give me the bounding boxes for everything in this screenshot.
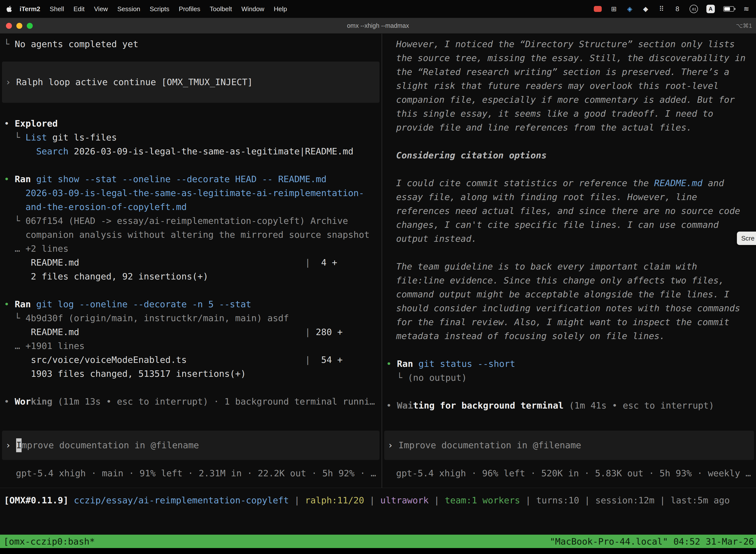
menu-profiles[interactable]: Profiles (174, 5, 205, 13)
window-title-bar: omx --xhigh --madmax ⌥⌘1 (0, 18, 756, 34)
text-segment: • (4, 118, 15, 128)
app-dark-icon[interactable]: ◆ (642, 4, 649, 14)
git-log-command-line: • Ran git log --oneline --decorate -n 5 … (0, 297, 381, 311)
terminal-line: └ (no output) (382, 371, 756, 385)
text-segment: Wai (397, 400, 413, 410)
menu-window[interactable]: Window (237, 5, 269, 13)
zoom-button[interactable] (27, 23, 33, 29)
text-segment: git ls-files (47, 132, 117, 143)
close-button[interactable] (6, 23, 12, 29)
battery-icon[interactable] (723, 6, 734, 12)
menubar-status-icons: ⊞◈◆⠿8.61A≋ (594, 4, 753, 14)
git-show-command-line: • Ran git show --stat --oneline --decora… (0, 172, 381, 186)
wifi-icon[interactable]: ≋ (743, 4, 750, 14)
terminal-line: README.md | 280 + (0, 325, 381, 339)
tmux-session-window: [omx-cczip0:bash* (0, 536, 95, 547)
menu-session[interactable]: Session (113, 5, 145, 13)
menu-items: iTerm2ShellEditViewSessionScriptsProfile… (15, 5, 292, 13)
terminal-line: └ 067f154 (HEAD -> essay/ai-reimplementa… (0, 214, 381, 228)
text-segment: Explored (15, 118, 58, 128)
terminal-line: companion analysis without altering the … (0, 228, 381, 242)
text-segment: session:12m (595, 495, 654, 505)
text-segment: 280 + (310, 327, 342, 337)
gauge-61-icon[interactable]: .61 (690, 5, 698, 13)
menu-help[interactable]: Help (269, 5, 292, 13)
text-segment: [OMX#0.11.9] (4, 495, 74, 505)
screen-recording-indicator[interactable] (594, 6, 602, 12)
text-segment: 54 + (310, 355, 342, 365)
thinking-paragraph: I could cite commit statistics or refere… (382, 176, 756, 246)
text-segment: README.md (654, 178, 702, 188)
menu-iterm2[interactable]: iTerm2 (15, 5, 45, 13)
model-status-line: gpt-5.4 xhigh · 96% left · 520K in · 5.8… (382, 466, 756, 480)
text-segment: and-the-erosion-of-copyleft.md (4, 202, 187, 212)
number-8-icon[interactable]: 8 (674, 4, 681, 14)
text-segment: … +2 lines (4, 243, 68, 254)
apple-menu-icon[interactable] (3, 5, 15, 13)
text-segment: Ran (15, 299, 36, 309)
text-segment: • (4, 299, 15, 309)
menu-shell[interactable]: Shell (45, 5, 69, 13)
text-segment: king (31, 396, 52, 406)
text-segment: However, I noticed the “Directory Struct… (396, 39, 746, 132)
text-segment: 4 + (310, 258, 337, 268)
window-title: omx --xhigh --madmax (0, 22, 756, 29)
text-segment: | (520, 495, 536, 505)
macos-menu-bar: iTerm2ShellEditViewSessionScriptsProfile… (0, 0, 756, 18)
terminal-line: Search 2026-03-09-is-legal-the-same-as-l… (0, 145, 381, 158)
text-segment: └ (4, 39, 15, 49)
text-segment: 2026-03-09-is-legal-the-same-as-legitima… (4, 188, 364, 198)
text-segment: (1m 41s • esc to interrupt) (564, 400, 714, 410)
terminal-line: 2026-03-09-is-legal-the-same-as-legitima… (0, 186, 381, 200)
text-segment: | (579, 495, 595, 505)
menu-toolbelt[interactable]: Toolbelt (205, 5, 237, 13)
text-segment: README.md (4, 258, 305, 268)
menu-view[interactable]: View (89, 5, 113, 13)
text-segment: I could cite commit statistics or refere… (396, 178, 654, 188)
text-segment: | (364, 495, 380, 505)
blank-line (0, 381, 381, 395)
apps-grid-icon[interactable]: ⠿ (658, 4, 665, 14)
screen-share-tooltip[interactable]: Scre (737, 232, 756, 245)
window-controls (0, 23, 33, 29)
blank-line (0, 103, 381, 117)
tmux-pane-right: However, I noticed the “Directory Struct… (382, 34, 756, 488)
window-grid-icon[interactable]: ⊞ (610, 4, 618, 14)
thinking-paragraph: However, I noticed the “Directory Struct… (382, 37, 756, 134)
ralph-loop-banner: › Ralph loop active continue [OMX_TMUX_I… (2, 62, 379, 103)
agents-status-line: └ No agents completed yet (0, 37, 381, 51)
menu-scripts[interactable]: Scripts (145, 5, 174, 13)
explored-header: • Explored (0, 117, 381, 130)
app-blue-icon[interactable]: ◈ (626, 4, 633, 14)
text-segment: The team guideline is to back every impo… (396, 261, 740, 341)
text-segment: cczip/essay/ai-reimplementation-copyleft (74, 495, 289, 505)
text-segment: I (16, 438, 21, 452)
terminal-window: └ No agents completed yet› Ralph loop ac… (0, 34, 756, 535)
waiting-status-line: • Waiting for background terminal (1m 41… (382, 399, 756, 412)
text-segment: List (25, 132, 47, 143)
thinking-heading: Considering citation options (382, 149, 756, 162)
prompt-input[interactable]: › Improve documentation in @filename (2, 431, 379, 460)
input-source-icon[interactable]: A (706, 5, 715, 13)
screen: iTerm2ShellEditViewSessionScriptsProfile… (0, 0, 756, 554)
text-segment: git status --short (419, 359, 515, 369)
tmux-window-shortcut: ⌥⌘1 (736, 22, 756, 29)
text-segment: team:1 workers (445, 495, 520, 505)
tmux-host-clock: "MacBook-Pro-44.local" 04:52 31-Mar-26 (550, 536, 756, 547)
text-segment: git log --oneline --decorate -n 5 --stat (36, 299, 251, 309)
text-segment: | (429, 495, 445, 505)
text-segment: No agents completed yet (15, 39, 138, 49)
menu-edit[interactable]: Edit (69, 5, 89, 13)
text-segment: git show --stat --oneline --decorate HEA… (36, 174, 326, 184)
prompt-input[interactable]: › Improve documentation in @filename (384, 431, 754, 460)
text-segment: | (289, 495, 305, 505)
text-segment: (11m 13s • esc to interrupt) · 1 backgro… (52, 396, 375, 406)
pane-spacer (0, 408, 381, 431)
text-segment: Improve documentation in @filename (398, 438, 581, 452)
text-segment: └ 4b9d30f (origin/main, instructkr/main,… (4, 313, 289, 323)
text-segment: last:5m ago (671, 495, 730, 505)
working-status-line: • Working (11m 13s • esc to interrupt) ·… (0, 395, 381, 408)
tmux-panes: └ No agents completed yet› Ralph loop ac… (0, 34, 756, 488)
minimize-button[interactable] (16, 23, 22, 29)
text-segment: | (305, 258, 311, 268)
